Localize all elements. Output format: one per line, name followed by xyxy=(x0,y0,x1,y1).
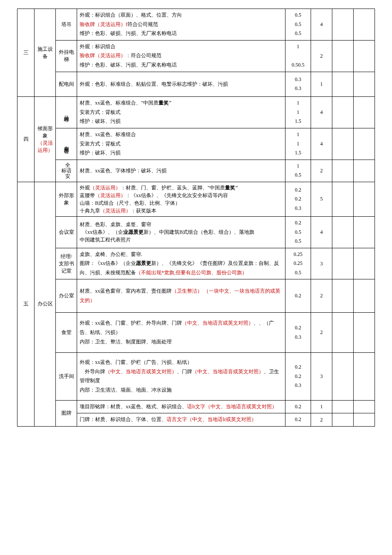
blank-cell xyxy=(354,128,375,160)
sub-item: 配电间 xyxy=(56,72,77,97)
score-detail: 1 0.5 xyxy=(285,160,311,182)
sub-item: 经理/支部书记室 xyxy=(56,248,77,279)
section-cat: 候面形象 （灵活运用） xyxy=(35,97,56,182)
blank-cell xyxy=(332,248,354,279)
content-cell: 项目部铭牌：材质、xx蓝色、格式、标识组合、语lr文字（中文、当地语言或英文对照… xyxy=(77,400,285,413)
section-index: 四 xyxy=(17,97,35,182)
table-row: 外挂电梯 外观：标识组合 验收牌（灵活运用）：符合公司规范 维护：色彩、破坏、污… xyxy=(17,40,375,72)
sub-item: 品牌布 xyxy=(56,97,77,128)
score-total: 3 xyxy=(311,248,332,279)
content-cell: 门牌：材质、标识组合、字体、位置、语言文字（中文、当地语lr或英文对照） xyxy=(77,413,285,427)
table-row: 经理/支部书记室 桌旗、桌椅、办公柜、窗帘. 图牌：《xx信条》（企业愿景更新）… xyxy=(17,248,375,279)
blank-cell xyxy=(332,97,354,128)
score-detail: 0.2 xyxy=(285,413,311,427)
blank-cell xyxy=(354,216,375,248)
blank-cell xyxy=(332,40,354,72)
blank-cell xyxy=(354,248,375,279)
blank-cell xyxy=(332,160,354,182)
blank-cell xyxy=(354,9,375,41)
inspection-table: 三 施工设备 塔吊 外观：标识组合（双面）、格式、位置、方向 验收牌（灵活运用）… xyxy=(17,9,375,427)
blank-cell xyxy=(332,216,354,248)
content-cell: 材质、xx蓝色、字体维护：破坏、污损 xyxy=(77,160,285,182)
content-cell: 外观（灵活运用）：材质、门、窗、护栏、蓝头、蓝脚、"中国质量奖" 蓝腰带（灵活运… xyxy=(77,182,285,216)
blank-cell xyxy=(332,413,354,427)
score-total: 3 xyxy=(311,353,332,400)
table-row: 会议室 材质、色彩、桌旗、桌签、窗帘 《xx信条》、（企业愿景更新）、中国建筑B… xyxy=(17,216,375,248)
table-row: 办公室 材质、xx蓝色窗帘、室内布置、责任图牌（卫生整洁） （一块中文、一块当地… xyxy=(17,279,375,313)
blank-cell xyxy=(354,72,375,97)
score-total: 2 xyxy=(311,160,332,182)
content-cell: 材质、xx蓝色窗帘、室内布置、责任图牌（卫生整洁） （一块中文、一块当地语言的或… xyxy=(77,279,285,313)
table-row: 图牌 项目部铭牌：材质、xx蓝色、格式、标识组合、语lr文字（中文、当地语言或英… xyxy=(17,400,375,413)
content-cell: 外观：标识组合（双面）、格式、位置、方向 验收牌（灵活运用）f符合公司规范 维护… xyxy=(77,9,285,41)
score-detail: 1 1 1.5 xyxy=(285,97,311,128)
blank-cell xyxy=(332,9,354,41)
score-total: 4 xyxy=(311,9,332,41)
content-cell: 材质、xx蓝色、标准组合 安装方式：背板式 维护：破坏、污损 xyxy=(77,128,285,160)
sub-item: 塔吊 xyxy=(56,9,77,41)
content-cell: 外观：标识组合 验收牌（灵活运用）：符合公司规范 维护：色彩、破坏、污损、无厂家… xyxy=(77,40,285,72)
sub-item: 外部形象 xyxy=(56,182,77,216)
score-total: 4 xyxy=(311,216,332,248)
score-detail: 1 0.50.5 xyxy=(285,40,311,72)
score-detail: 0.2 xyxy=(285,400,311,413)
blank-cell xyxy=(354,182,375,216)
blank-cell xyxy=(332,313,354,353)
table-row: 配电间 外观：色彩、标准组合、粘贴位置、电警示标志维护：破坏、污损 0.3 0.… xyxy=(17,72,375,97)
score-total: 4 xyxy=(311,128,332,160)
blank-cell xyxy=(354,160,375,182)
table-row: 洗手间 外观：xx蓝色、门窗、护栏（广告、污损、粘纸） 外导向牌（中文、当地语言… xyxy=(17,353,375,400)
sub-item: 图牌 xyxy=(56,400,77,426)
score-detail: 0.2 0.5 0.5 xyxy=(285,216,311,248)
sub-item: 洗手间 xyxy=(56,353,77,400)
content-cell: 外观：色彩、标准组合、粘贴位置、电警示标志维护：破坏、污损 xyxy=(77,72,285,97)
score-detail: 0.2 0.2 0.3 xyxy=(285,353,311,400)
score-detail: 1 1 1.5 xyxy=(285,128,311,160)
score-detail: 0.2 xyxy=(285,279,311,313)
score-detail: 0.25 0.25 0.5 xyxy=(285,248,311,279)
score-total: 2 xyxy=(311,40,332,72)
blank-cell xyxy=(354,413,375,427)
blank-cell xyxy=(332,400,354,413)
blank-cell xyxy=(354,313,375,353)
blank-cell xyxy=(354,97,375,128)
blank-cell xyxy=(332,128,354,160)
blank-cell xyxy=(332,353,354,400)
table-row: 三 施工设备 塔吊 外观：标识组合（双面）、格式、位置、方向 验收牌（灵活运用）… xyxy=(17,9,375,41)
content-cell: 桌旗、桌椅、办公柜、窗帘. 图牌：《xx信条》（企业愿景更新）、《先锋文化》《责… xyxy=(77,248,285,279)
blank-cell xyxy=(354,40,375,72)
section-index: 五 xyxy=(17,182,35,426)
table-row: 专用标语 材质、xx蓝色、标准组合 安装方式：背板式 维护：破坏、污损 1 1 … xyxy=(17,128,375,160)
table-row: 全标语 安 材质、xx蓝色、字体维护：破坏、污损 1 0.5 2 xyxy=(17,160,375,182)
score-total: 5 xyxy=(311,182,332,216)
blank-cell xyxy=(332,182,354,216)
content-cell: 材质、色彩、桌旗、桌签、窗帘 《xx信条》、（企业愿景更新）、中国建筑B式组合（… xyxy=(77,216,285,248)
content-cell: 外观：xx蓝色、门窗、护栏（广告、污损、粘纸） 外导向牌（中文、当地语言或英文对… xyxy=(77,353,285,400)
blank-cell xyxy=(332,72,354,97)
score-total: 2 xyxy=(311,279,332,313)
blank-cell xyxy=(354,353,375,400)
table-row: 四 候面形象 （灵活运用） 品牌布 材质、xx蓝色、标准组合、"中国质量奖" 安… xyxy=(17,97,375,128)
sub-item: 专用标语 xyxy=(56,128,77,160)
section-cat: 施工设备 xyxy=(35,9,56,97)
sub-item: 办公室 xyxy=(56,279,77,313)
score-detail: 0.2 0.2 0.3 xyxy=(285,182,311,216)
sub-item: 食堂 xyxy=(56,313,77,353)
score-detail: 0.3 0.3 xyxy=(285,72,311,97)
score-total: 4 xyxy=(311,97,332,128)
score-total: 2 xyxy=(311,413,332,427)
score-detail: 0.2 0.3 xyxy=(285,313,311,353)
score-total: 2 xyxy=(311,313,332,353)
score-total: 1 xyxy=(311,400,332,413)
content-cell: 外观：xx蓝色、门窗、护栏、外导向牌、门牌（中文、当地语言或英文对照）、、（广告… xyxy=(77,313,285,353)
section-cat: 办公区 xyxy=(35,182,56,426)
blank-cell xyxy=(354,400,375,413)
table-row: 食堂 外观：xx蓝色、门窗、护栏、外导向牌、门牌（中文、当地语言或英文对照）、、… xyxy=(17,313,375,353)
section-index: 三 xyxy=(17,9,35,97)
sub-item: 外挂电梯 xyxy=(56,40,77,72)
blank-cell xyxy=(332,279,354,313)
sub-item: 全标语 安 xyxy=(56,160,77,182)
score-detail: 0.5 0.5 0.5 xyxy=(285,9,311,41)
blank-cell xyxy=(354,279,375,313)
table-row: 五 办公区 外部形象 外观（灵活运用）：材质、门、窗、护栏、蓝头、蓝脚、"中国质… xyxy=(17,182,375,216)
